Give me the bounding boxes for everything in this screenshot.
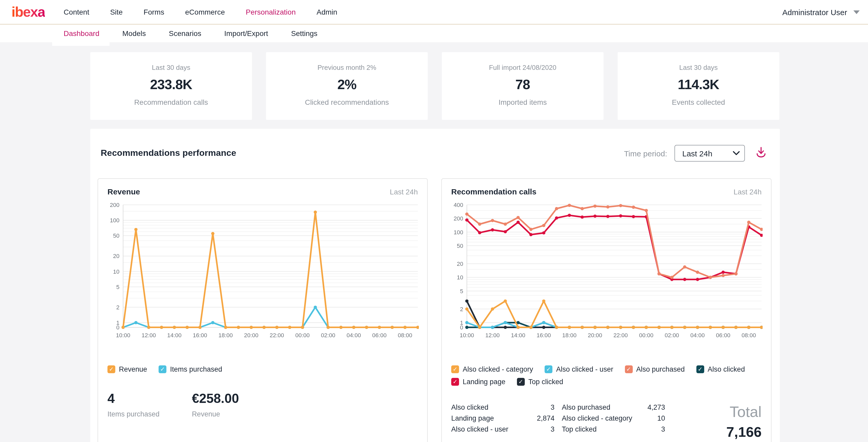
- totals-row-value: 3: [551, 425, 555, 434]
- totals-column: Also clicked3Landing page2,874Also click…: [451, 403, 555, 440]
- total-value: 7,166: [726, 424, 762, 440]
- legend-checkbox-icon[interactable]: ✓: [625, 365, 632, 373]
- legend-label: Also purchased: [636, 365, 685, 373]
- legend-item[interactable]: ✓Revenue: [107, 365, 147, 373]
- tab-models[interactable]: Models: [122, 29, 146, 37]
- svg-text:12:00: 12:00: [142, 332, 156, 339]
- totals-row-label: Also purchased: [562, 403, 610, 412]
- download-button[interactable]: [755, 146, 767, 160]
- legend-item[interactable]: ✓Landing page: [451, 378, 505, 386]
- svg-text:200: 200: [454, 215, 463, 222]
- stat-card-imported-items: Full import 24/08/2020 78 Imported items: [442, 52, 603, 120]
- summary-block: €258.00Revenue: [192, 391, 239, 418]
- legend-label: Landing page: [463, 378, 505, 386]
- totals-row-label: Also clicked - user: [451, 425, 508, 434]
- stat-label: Clicked recommendations: [266, 98, 428, 106]
- personalization-sub-navigation: Dashboard Models Scenarios Import/Export…: [0, 25, 868, 42]
- topnav-item-admin[interactable]: Admin: [317, 8, 337, 16]
- legend-item[interactable]: ✓Also clicked - category: [451, 365, 533, 373]
- svg-text:200: 200: [110, 202, 120, 208]
- tab-scenarios[interactable]: Scenarios: [169, 29, 202, 37]
- stat-caption: Previous month 2%: [266, 64, 428, 71]
- tab-dashboard[interactable]: Dashboard: [64, 29, 99, 37]
- totals-row-value: 4,273: [647, 403, 665, 412]
- total-label: Total: [726, 403, 762, 421]
- totals-row-value: 3: [551, 403, 555, 412]
- charts-row: Revenue Last 24h 200100502010521010:0012…: [97, 178, 773, 442]
- legend-item[interactable]: ✓Also clicked: [696, 365, 745, 373]
- totals-row: Landing page2,874: [451, 414, 555, 423]
- stat-caption: Last 30 days: [90, 64, 252, 71]
- line-chart-svg: 400200100502010521010:0012:0014:0016:001…: [451, 199, 763, 340]
- legend-checkbox-icon[interactable]: ✓: [451, 365, 459, 373]
- line-chart-svg: 200100502010521010:0012:0014:0016:0018:0…: [107, 199, 419, 340]
- svg-text:10: 10: [457, 274, 463, 281]
- summary-label: Revenue: [192, 410, 239, 418]
- stat-card-events-collected: Last 30 days 114.3K Events collected: [618, 52, 779, 120]
- recommendation-calls-line-chart: 400200100502010521010:0012:0014:0016:001…: [451, 199, 762, 342]
- totals-row-label: Top clicked: [562, 425, 597, 434]
- totals-row: Also clicked3: [451, 403, 555, 412]
- stat-card-recommendation-calls: Last 30 days 233.8K Recommendation calls: [90, 52, 252, 120]
- totals-column: Also purchased4,273Also clicked - catego…: [562, 403, 665, 440]
- svg-text:20:00: 20:00: [244, 332, 258, 339]
- legend-checkbox-icon[interactable]: ✓: [159, 365, 166, 373]
- summary-label: Items purchased: [107, 410, 160, 418]
- legend-checkbox-icon[interactable]: ✓: [545, 365, 552, 373]
- ibexa-logo[interactable]: ibexa: [11, 5, 45, 19]
- totals-row: Also clicked - user3: [451, 425, 555, 434]
- svg-text:2: 2: [460, 306, 463, 312]
- svg-text:100: 100: [110, 217, 120, 224]
- page-title: Recommendations performance: [101, 148, 236, 159]
- legend-item[interactable]: ✓Top clicked: [517, 378, 563, 386]
- stat-label: Recommendation calls: [90, 98, 252, 106]
- legend-label: Also clicked - category: [463, 365, 533, 373]
- stat-label: Events collected: [618, 98, 779, 106]
- svg-text:400: 400: [454, 202, 463, 208]
- legend-row: ✓Revenue✓Items purchased: [107, 365, 418, 373]
- svg-text:00:00: 00:00: [295, 332, 310, 339]
- topnav-item-site[interactable]: Site: [110, 8, 123, 16]
- tab-settings[interactable]: Settings: [291, 29, 317, 37]
- topnav-item-ecommerce[interactable]: eCommerce: [185, 8, 225, 16]
- svg-text:10: 10: [113, 268, 120, 275]
- topnav-item-personalization[interactable]: Personalization: [246, 8, 296, 16]
- revenue-summary: 4Items purchased€258.00Revenue: [107, 391, 418, 418]
- chart-period-label: Last 24h: [390, 188, 418, 196]
- topnav-item-content[interactable]: Content: [64, 8, 89, 16]
- stat-value: 2%: [266, 77, 428, 93]
- totals-row: Top clicked3: [562, 425, 665, 434]
- legend-item[interactable]: ✓Also purchased: [625, 365, 685, 373]
- svg-text:06:00: 06:00: [716, 332, 730, 339]
- legend-checkbox-icon[interactable]: ✓: [696, 365, 704, 373]
- user-menu[interactable]: Administrator User: [782, 7, 860, 16]
- time-period-select[interactable]: Last 24h: [675, 145, 745, 162]
- svg-text:50: 50: [457, 243, 463, 249]
- svg-text:08:00: 08:00: [742, 332, 756, 339]
- svg-text:14:00: 14:00: [167, 332, 182, 339]
- svg-text:5: 5: [460, 288, 463, 295]
- topnav-item-forms[interactable]: Forms: [144, 8, 164, 16]
- tab-import-export[interactable]: Import/Export: [224, 29, 268, 37]
- totals-row: Also clicked - category10: [562, 414, 665, 423]
- svg-text:20: 20: [457, 261, 463, 267]
- svg-text:50: 50: [113, 233, 120, 239]
- svg-text:20:00: 20:00: [588, 332, 602, 339]
- legend-label: Revenue: [119, 365, 147, 373]
- legend-checkbox-icon[interactable]: ✓: [107, 365, 115, 373]
- stat-label: Imported items: [442, 98, 603, 106]
- svg-text:10:00: 10:00: [116, 332, 130, 339]
- legend-checkbox-icon[interactable]: ✓: [451, 378, 459, 386]
- legend-item[interactable]: ✓Also clicked - user: [545, 365, 613, 373]
- svg-text:06:00: 06:00: [372, 332, 386, 339]
- page: ibexa Content Site Forms eCommerce Perso…: [0, 0, 868, 442]
- svg-text:04:00: 04:00: [690, 332, 705, 339]
- legend-item[interactable]: ✓Items purchased: [159, 365, 222, 373]
- svg-text:18:00: 18:00: [219, 332, 233, 339]
- svg-text:18:00: 18:00: [562, 332, 577, 339]
- legend-row: ✓Also clicked - category✓Also clicked - …: [451, 365, 762, 373]
- totals-row-value: 3: [661, 425, 665, 434]
- user-name: Administrator User: [782, 7, 847, 16]
- legend-checkbox-icon[interactable]: ✓: [517, 378, 525, 386]
- legend-row: ✓Landing page✓Top clicked: [451, 378, 762, 386]
